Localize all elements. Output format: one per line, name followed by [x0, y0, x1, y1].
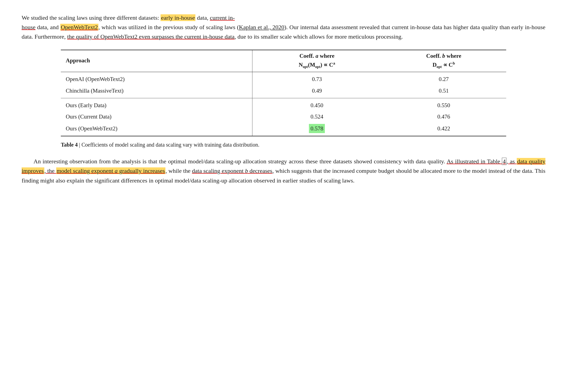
table-container: Approach Coeff. a where Nopt(Mopt) ∝ Ca …	[61, 50, 506, 149]
highlight-openwebtext2: OpenWebText2	[60, 24, 98, 31]
coeff-b-cell: 0.550	[381, 98, 506, 111]
underline-quality-statement: the quality of OpenWebText2 even surpass…	[67, 33, 235, 40]
col2-header: Coeff. a where Nopt(Mopt) ∝ Ca	[252, 50, 381, 72]
col3-header-text: Coeff. b where Dopt ∝ Cb	[426, 53, 461, 68]
table-row: Ours (OpenWebText2) 0.578 0.422	[61, 123, 506, 136]
coeff-a-cell: 0.450	[252, 98, 381, 111]
col2-header-text: Coeff. a where Nopt(Mopt) ∝ Ca	[299, 53, 335, 68]
caption-text: | Coefficients of model scaling and data…	[78, 142, 259, 148]
approach-cell: OpenAI (OpenWebText2)	[61, 72, 252, 85]
table-row: Ours (Early Data) 0.450 0.550	[61, 98, 506, 111]
cite-kaplan: Kaplan et al., 2020	[239, 24, 284, 31]
table-row: OpenAI (OpenWebText2) 0.73 0.27	[61, 72, 506, 85]
bottom-border-row	[61, 136, 506, 136]
table-row: Chinchilla (MassiveText) 0.49 0.51	[61, 85, 506, 98]
underline-as-illustrated: As illustrated in Table 4, as data quali…	[22, 158, 545, 174]
highlight-model-scaling: model scaling exponent a gradually incre…	[56, 167, 166, 174]
coeff-b-cell: 0.27	[381, 72, 506, 85]
table-row: Ours (Current Data) 0.524 0.476	[61, 111, 506, 123]
highlight-early-in-house: early in-house	[161, 14, 195, 21]
coeff-b-cell: 0.476	[381, 111, 506, 123]
scaling-table: Approach Coeff. a where Nopt(Mopt) ∝ Ca …	[61, 50, 506, 137]
approach-cell: Ours (OpenWebText2)	[61, 123, 252, 136]
coeff-b-cell: 0.422	[381, 123, 506, 136]
table-header-row: Approach Coeff. a where Nopt(Mopt) ∝ Ca …	[61, 50, 506, 72]
coeff-a-cell: 0.73	[252, 72, 381, 85]
coeff-a-highlighted-cell: 0.578	[252, 123, 381, 136]
coeff-a-cell: 0.524	[252, 111, 381, 123]
col3-header: Coeff. b where Dopt ∝ Cb	[381, 50, 506, 72]
underline-current-in-house-cont: house	[22, 24, 35, 31]
approach-cell: Ours (Early Data)	[61, 98, 252, 111]
content-area: We studied the scaling laws using three …	[22, 13, 545, 185]
green-highlight: 0.578	[309, 124, 325, 133]
caption-label: Table 4	[61, 142, 78, 148]
coeff-a-cell: 0.49	[252, 85, 381, 98]
underline-current-in-house: current in-	[210, 14, 235, 21]
coeff-b-cell: 0.51	[381, 85, 506, 98]
approach-cell: Ours (Current Data)	[61, 111, 252, 123]
underline-data-scaling: data scaling exponent b decreases	[192, 167, 272, 174]
intro-paragraph: We studied the scaling laws using three …	[22, 13, 545, 42]
analysis-paragraph: An interesting observation from the anal…	[22, 157, 545, 185]
approach-cell: Chinchilla (MassiveText)	[61, 85, 252, 98]
table-caption: Table 4 | Coefficients of model scaling …	[61, 141, 506, 149]
col1-header: Approach	[61, 50, 252, 72]
